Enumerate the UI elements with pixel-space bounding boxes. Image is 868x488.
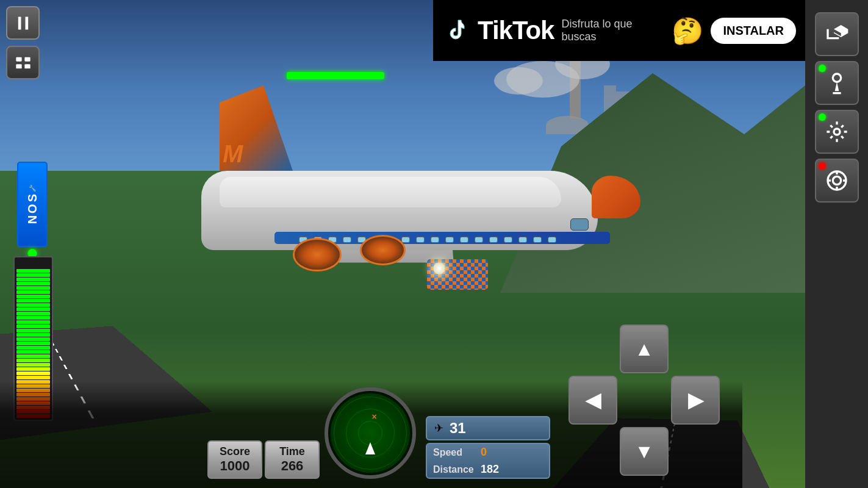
- tiktok-brand-name: TikTok: [478, 16, 554, 45]
- volume-bar-31: [16, 282, 50, 285]
- down-arrow-icon: ▼: [634, 440, 654, 463]
- score-value: 1000: [218, 458, 251, 474]
- volume-bar-25: [16, 307, 50, 311]
- svg-rect-1: [25, 16, 28, 29]
- score-label: Score: [218, 445, 251, 458]
- airplane-tail-letter: M: [223, 140, 243, 168]
- up-arrow-icon: ▲: [634, 338, 654, 361]
- distance-value: 182: [481, 463, 499, 476]
- svg-rect-3: [16, 64, 21, 68]
- dpad-down-button[interactable]: ▼: [620, 427, 669, 476]
- seatbelt-status-dot: [819, 65, 826, 72]
- volume-bar-13: [16, 359, 50, 362]
- radar-compass: ×: [325, 387, 416, 479]
- dpad-empty-bl: [569, 427, 617, 476]
- radar-crosshair: ×: [372, 412, 377, 417]
- gear-icon: [825, 120, 849, 144]
- engine-2: [360, 235, 406, 265]
- window-15: [504, 237, 512, 243]
- pause-icon: [15, 15, 32, 32]
- engine-status-dot: [819, 113, 826, 121]
- score-time-panel: Score 1000 Time 266: [207, 440, 320, 479]
- dpad-empty-center: [620, 376, 669, 425]
- hud-toggle-button[interactable]: [6, 46, 40, 79]
- camera-button[interactable]: [815, 12, 859, 56]
- tiktok-install-button[interactable]: INSTALAR: [711, 18, 796, 44]
- nos-indicator: 🔧 NOS: [17, 162, 48, 247]
- hud-icon: [15, 54, 32, 71]
- volume-bar-20: [16, 329, 50, 332]
- dpad-empty-tl: [569, 325, 617, 373]
- volume-bar-18: [16, 337, 50, 341]
- thinking-emoji: 🤔: [672, 16, 703, 46]
- dpad-left-button[interactable]: ◀: [569, 376, 617, 425]
- left-arrow-icon: ◀: [586, 389, 601, 412]
- seatbelt-button[interactable]: [815, 61, 859, 105]
- volume-bar-21: [16, 325, 50, 328]
- svg-rect-10: [442, 15, 473, 46]
- airplane: M: [171, 122, 628, 317]
- right-arrow-icon: ▶: [688, 389, 703, 412]
- window-18: [548, 237, 556, 243]
- speed-row: Speed 0: [427, 444, 549, 461]
- volume-bar-17: [16, 342, 50, 345]
- altitude-display: ✈ 31: [426, 416, 550, 440]
- speed-value: 0: [481, 446, 487, 459]
- dpad-up-button[interactable]: ▲: [620, 325, 669, 373]
- tiktok-tagline: Disfruta lo que buscas: [561, 18, 664, 43]
- volume-bar-32: [16, 278, 50, 281]
- volume-bar-10: [16, 371, 50, 375]
- speed-distance-panel: Speed 0 Distance 182: [426, 443, 550, 479]
- volume-bar-28: [16, 295, 50, 298]
- airplane-body: [201, 171, 598, 250]
- volume-bar-30: [16, 286, 50, 290]
- window-16: [518, 237, 527, 243]
- tiktok-ad-banner: TikTok Disfruta lo que buscas 🤔 INSTALAR: [433, 0, 805, 61]
- flight-stats-panel: ✈ 31 Speed 0 Distance 182: [426, 416, 550, 479]
- svg-rect-4: [24, 57, 30, 61]
- altitude-value: 31: [450, 420, 466, 437]
- pause-button[interactable]: [6, 6, 40, 40]
- window-4: [343, 237, 351, 243]
- dpad-right-button[interactable]: ▶: [671, 376, 720, 425]
- landing-gear-light: [433, 262, 445, 274]
- volume-bar-16: [16, 346, 50, 350]
- alignment-bar: [287, 72, 384, 79]
- window-9: [416, 237, 425, 243]
- time-box: Time 266: [265, 440, 320, 479]
- volume-bar-11: [16, 367, 50, 371]
- volume-bar-26: [16, 303, 50, 307]
- svg-point-7: [834, 129, 840, 135]
- dpad-empty-br: [671, 427, 720, 476]
- window-8: [401, 237, 410, 243]
- volume-bar-34: [16, 269, 50, 273]
- svg-rect-2: [16, 57, 21, 61]
- volume-bar-27: [16, 299, 50, 303]
- cockpit-window: [570, 218, 589, 231]
- brake-status-dot: [819, 162, 826, 170]
- engine-button[interactable]: [815, 110, 859, 154]
- volume-bar-12: [16, 363, 50, 367]
- distance-row: Distance 182: [427, 461, 549, 478]
- time-value: 266: [276, 458, 309, 474]
- radar-arrow: [365, 442, 375, 454]
- window-10: [431, 237, 439, 243]
- right-sidebar: [805, 0, 868, 488]
- engine-1: [293, 238, 342, 271]
- volume-bar-23: [16, 316, 50, 320]
- seatbelt-icon: [825, 71, 849, 95]
- volume-bar-19: [16, 333, 50, 337]
- window-12: [460, 237, 468, 243]
- volume-bar-24: [16, 312, 50, 315]
- svg-point-9: [833, 176, 841, 184]
- dpad-empty-tr: [671, 325, 720, 373]
- radar-ring-outer: [334, 396, 407, 470]
- distance-label: Distance: [433, 464, 476, 475]
- svg-rect-5: [24, 64, 30, 68]
- score-box: Score 1000: [207, 440, 262, 479]
- volume-bar-9: [16, 376, 50, 379]
- volume-bar-15: [16, 350, 50, 354]
- brake-button[interactable]: [815, 159, 859, 203]
- camera-icon: [825, 22, 849, 46]
- svg-point-6: [833, 74, 841, 82]
